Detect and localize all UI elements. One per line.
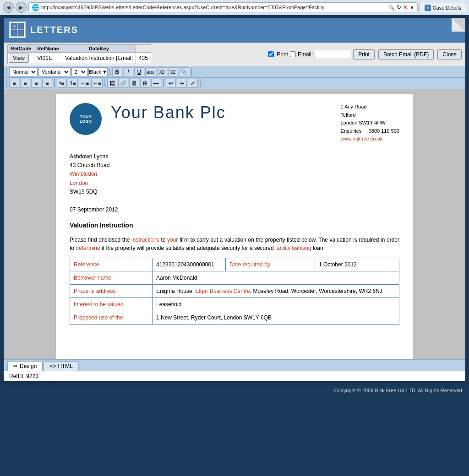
recipient-city: London (70, 179, 399, 188)
addr-line1: 1 Any Road (341, 103, 399, 111)
search-icon[interactable]: 🔍 (388, 5, 395, 11)
insert-table-button[interactable]: ⊞ (140, 79, 150, 88)
undo-button[interactable]: ↩ (166, 79, 176, 88)
remove-link-button[interactable]: ⛓ (129, 79, 139, 88)
align-left-button[interactable]: ≡ (9, 79, 19, 88)
font-select[interactable]: Verdana (38, 67, 71, 76)
close-button[interactable]: Close (437, 49, 462, 60)
table-row: Proposed use of the 1 New Street, Ryder … (70, 311, 399, 324)
letter-body: Ashdown Lyons 43 Church Road Wimbledon L… (70, 152, 399, 325)
align-center-button[interactable]: ≡ (20, 79, 30, 88)
recipient-name: Ashdown Lyons (70, 152, 399, 161)
website: www.riskfree.co.uk (341, 135, 399, 143)
design-tab-icon: ✏ (13, 363, 18, 369)
design-tab-label: Design (20, 363, 37, 369)
company-address: 1 Any Road Telford London SW1Y 4HW Enqui… (341, 103, 399, 143)
ordered-list-button[interactable]: 1≡ (68, 79, 78, 88)
app-icon (9, 22, 26, 38)
app-footer: RefID: 9223 (4, 371, 465, 381)
table-row: Property address Enigma House, Elgar Bus… (70, 284, 399, 298)
indent-button[interactable]: →≡ (79, 79, 90, 88)
print-area: Print Email: Print (268, 49, 375, 60)
ref-name-cell: Valuation Instruction [Email] (62, 53, 136, 64)
bottom-tabs: ✏ Design <> HTML (4, 359, 465, 371)
browser-tab[interactable]: e Case Details (420, 3, 466, 12)
batch-email-button[interactable]: Batch Email (PDF) (378, 49, 434, 60)
toolbar-sep-1 (6, 68, 7, 76)
enquiries-line: Enquiries 0800 110 500 (341, 127, 399, 135)
doc-area: YOUR LOGO Your Bank Plc 1 Any Road Telfo… (4, 89, 465, 359)
print-button[interactable]: Print (353, 49, 375, 60)
bold-button[interactable]: B (112, 67, 122, 76)
svg-rect-3 (18, 30, 24, 36)
color-label: Black (89, 69, 101, 75)
addr-line3: London SW1Y 4HW (341, 119, 399, 127)
browser-chrome: ◀ ▶ 🌐 http://localhost:61929/MPSWeb/Lett… (0, 0, 469, 15)
data-key-cell: 435 (136, 53, 151, 64)
para-link3: determine (76, 245, 100, 251)
insert-link2-button[interactable]: 🔗 (118, 79, 128, 88)
page-fold (452, 18, 465, 32)
back-button[interactable]: ◀ (3, 2, 14, 13)
para-link1: instructions (131, 237, 159, 243)
strikethrough-button[interactable]: abc (145, 67, 156, 76)
style-select[interactable]: Normal (9, 67, 38, 76)
doc-scroll-area[interactable]: YOUR LOGO Your Bank Plc 1 Any Road Telfo… (4, 89, 465, 359)
print-checkbox[interactable] (268, 51, 274, 57)
tab-html[interactable]: <> HTML (44, 361, 79, 371)
forward-button[interactable]: ▶ (16, 2, 27, 13)
addr-line2: Telford (341, 111, 399, 119)
url-text[interactable]: http://localhost:61929/MPSWeb/Letters/Le… (41, 5, 387, 10)
letter-subject: Valuation Instruction (70, 221, 399, 230)
letter-date: 07 September 2012 (70, 206, 399, 214)
address-bar: 🌐 http://localhost:61929/MPSWeb/Letters/… (28, 2, 418, 12)
superscript-button[interactable]: x2 (157, 67, 167, 76)
email-checkbox[interactable] (290, 51, 296, 57)
tab-label: Case Details (433, 5, 461, 11)
insert-link-button[interactable]: 📎 (179, 67, 189, 76)
refresh-icon[interactable]: ↻ (397, 4, 401, 11)
justify-button[interactable]: ≡ (42, 79, 52, 88)
company-logo: YOUR LOGO (70, 103, 102, 135)
ref-toolbar: RefCode RefName DataKey View VI01E Valua… (4, 43, 465, 66)
editor-toolbar-2: ≡ ≡ ≡ ≡ •≡ 1≡ →≡ ←≡ 🖼 🔗 ⛓ ⊞ — ↩ ↪ ⤢ (4, 78, 465, 89)
main-wrapper: LETTERS RefCode RefName DataKey View VI0… (4, 18, 465, 381)
table-row: Reference 4123201204300000001 Date requi… (70, 258, 399, 271)
insert-image-button[interactable]: 🖼 (107, 79, 117, 88)
recipient-postcode: SW19 5DQ (70, 188, 399, 196)
recipient-address: Ashdown Lyons 43 Church Road Wimbledon L… (70, 152, 399, 196)
align-right-button[interactable]: ≡ (31, 79, 41, 88)
color-select[interactable]: Black ▼ (88, 67, 108, 76)
browser-icon: 🌐 (32, 4, 39, 11)
italic-button[interactable]: I (123, 67, 133, 76)
toolbar-sep-5 (54, 79, 55, 87)
underline-button[interactable]: U (134, 67, 144, 76)
size-select[interactable]: 2 (71, 67, 87, 76)
ref-id-label: RefID: (9, 373, 25, 379)
letter-header: YOUR LOGO Your Bank Plc 1 Any Road Telfo… (70, 103, 399, 143)
col-datakey: DataKey (62, 45, 136, 53)
html-tab-label: HTML (58, 363, 73, 369)
view-button[interactable]: View (9, 54, 29, 63)
hr-button[interactable]: — (151, 79, 161, 88)
tab-favicon: e (425, 5, 431, 11)
enquiries-label: Enquiries (341, 128, 362, 134)
toolbar-sep-8 (200, 79, 201, 87)
svg-rect-1 (18, 23, 24, 29)
email-input[interactable] (315, 50, 351, 59)
star-icon[interactable]: ★ (409, 4, 414, 11)
app-header: LETTERS (4, 18, 465, 43)
expand-button[interactable]: ⤢ (188, 79, 198, 88)
para-link2: your (167, 237, 178, 243)
subscript-button[interactable]: x2 (168, 67, 178, 76)
recipient-street: 43 Church Road (70, 161, 399, 170)
col-refname: RefName (34, 45, 62, 53)
tab-design[interactable]: ✏ Design (7, 361, 43, 371)
redo-button[interactable]: ↪ (177, 79, 187, 88)
letter-document: YOUR LOGO Your Bank Plc 1 Any Road Telfo… (56, 94, 413, 359)
stop-icon[interactable]: ✕ (403, 4, 408, 11)
svg-rect-2 (11, 30, 17, 36)
unordered-list-button[interactable]: •≡ (57, 79, 67, 88)
outdent-button[interactable]: ←≡ (91, 79, 103, 88)
toolbar-sep-7 (163, 79, 164, 87)
